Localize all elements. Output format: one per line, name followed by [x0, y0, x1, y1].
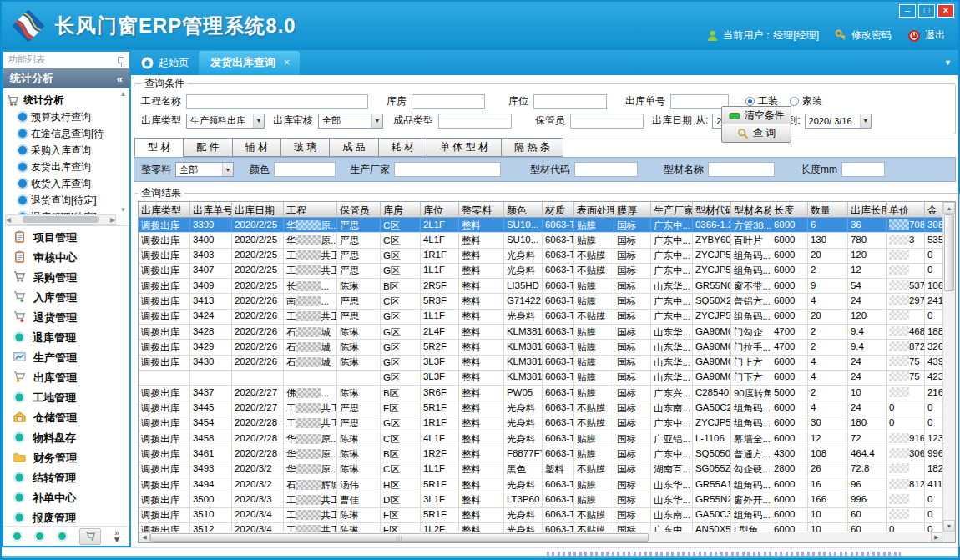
column-header-膜厚[interactable]: 膜厚: [614, 202, 651, 217]
table-row[interactable]: 调拨出库34032020/2/25工共工程严思G区1R1F整料光身料6063-T…: [139, 249, 955, 264]
table-row[interactable]: 调拨出库34002020/2/25华原...严思C区4L1F整料SU10...6…: [139, 233, 955, 248]
cart-shortcut-button[interactable]: [79, 528, 101, 545]
tree-item-发货出库查询[interactable]: 发货出库查询: [7, 159, 116, 175]
more-buttons-chevron[interactable]: »▼: [113, 530, 121, 543]
dot-icon[interactable]: [12, 531, 23, 542]
table-row[interactable]: 调拨出库35102020/3/4工共工程陈琳F区5R1F整料光身料6063-T5…: [139, 508, 955, 523]
scroll-left-icon[interactable]: ◀: [139, 532, 150, 542]
material-tab-耗材[interactable]: 耗 材: [379, 138, 427, 157]
clear-conditions-button[interactable]: 清空条件: [721, 106, 791, 125]
scroll-up-icon[interactable]: ▲: [119, 90, 126, 98]
column-header-出库单号[interactable]: 出库单号: [190, 202, 232, 217]
scrollbar-thumb[interactable]: |||: [150, 533, 649, 542]
zhengling-select[interactable]: 全部▼: [175, 162, 234, 177]
sidebar-item-财务管理[interactable]: 财务管理: [3, 448, 129, 468]
sidebar-item-生产管理[interactable]: 生产管理: [3, 348, 129, 368]
material-tab-型材[interactable]: 型 材: [134, 138, 184, 157]
scrollbar-thumb[interactable]: [944, 214, 954, 291]
product-type-input[interactable]: [438, 114, 512, 129]
warehouse-input[interactable]: [412, 94, 485, 109]
tree-horizontal-scrollbar[interactable]: ◀▶: [5, 214, 116, 225]
table-row[interactable]: 调拨出库34092020/2/25长...陈琳B区2R5F整料LI35HD606…: [139, 279, 955, 294]
profile-code-input[interactable]: [574, 162, 638, 177]
table-row[interactable]: 调拨出库34282020/2/26石城陈琳G区2L4F整料KLM38176063…: [139, 325, 955, 340]
scroll-right-icon[interactable]: ▶: [110, 216, 115, 224]
column-header-整零料[interactable]: 整零料: [459, 202, 504, 217]
audit-select[interactable]: 全部▼: [318, 114, 383, 129]
tab-list-caret-icon[interactable]: ▼: [944, 58, 952, 67]
tree-item-退货查询[待定][interactable]: 退货查询[待定]: [7, 192, 116, 209]
sidebar-item-仓储管理[interactable]: 仓储管理: [3, 408, 129, 428]
column-header-生产厂家[interactable]: 生产厂家: [651, 202, 693, 217]
column-header-保管员[interactable]: 保管员: [337, 202, 381, 217]
date-to-select[interactable]: 2020/ 3/16▼: [805, 114, 872, 129]
table-row[interactable]: 调拨出库35002020/3/3工共工程曹佳D区3L1F整料LT3P606063…: [139, 492, 955, 507]
material-tab-配件[interactable]: 配 件: [184, 138, 232, 157]
close-icon[interactable]: ×: [284, 57, 290, 68]
column-header-长度[interactable]: 长度: [771, 202, 808, 217]
scrollbar-thumb[interactable]: [23, 216, 99, 223]
table-row[interactable]: 调拨出库34582020/2/28华原...陈琳C区4L1F整料光身料6063-…: [139, 431, 955, 446]
maximize-button[interactable]: □: [918, 4, 935, 18]
order-no-input[interactable]: [670, 94, 729, 109]
column-header-出库日期[interactable]: 出库日期: [232, 202, 284, 217]
material-tab-玻璃[interactable]: 玻 璃: [281, 138, 330, 157]
column-header-颜色[interactable]: 颜色: [504, 202, 543, 217]
column-header-材质[interactable]: 材质: [543, 202, 574, 217]
sidebar-item-项目管理[interactable]: 项目管理: [3, 228, 129, 248]
sidebar-item-审核中心[interactable]: 审核中心: [3, 248, 129, 268]
table-row[interactable]: 调拨出库34132020/2/26南...严思C区5R3F整料G71422606…: [139, 294, 955, 309]
column-header-表面处理[interactable]: 表面处理: [574, 202, 614, 217]
table-row[interactable]: 调拨出库34542020/2/28工共工程严思G区1R1F整料光身料6063-T…: [139, 416, 955, 431]
column-header-出库长度[interactable]: 出库长度: [848, 202, 887, 217]
column-header-数量[interactable]: 数量: [808, 202, 848, 217]
table-row[interactable]: 调拨出库34942020/3/2石辉城汤伟H区5R1F整料光身料6063-T5贴…: [139, 477, 955, 492]
column-header-单价[interactable]: 单价: [887, 202, 925, 217]
radio-jiazhuang[interactable]: 家装: [790, 94, 822, 108]
column-header-库房[interactable]: 库房: [381, 202, 421, 217]
sidebar-item-结转管理[interactable]: 结转管理: [3, 468, 129, 488]
column-header-出库类型[interactable]: 出库类型: [139, 202, 190, 217]
project-name-input[interactable]: [186, 94, 368, 109]
table-row[interactable]: 调拨出库34242020/2/26工共工程严思G区1L1F整料光身料6063-T…: [139, 310, 955, 325]
tree-item-采购入库查询[interactable]: 采购入库查询: [7, 142, 116, 159]
table-row[interactable]: 调拨出库34072020/2/25工共工程严思G区1L1F整料光身料6063-T…: [139, 264, 955, 279]
tree-item-收货入库查询[interactable]: 收货入库查询: [7, 175, 116, 192]
sidebar-item-采购管理[interactable]: 采购管理: [3, 268, 129, 288]
material-tab-成品[interactable]: 成 品: [330, 138, 378, 157]
column-header-型材名称[interactable]: 型材名称: [731, 202, 771, 217]
column-header-型材代码[interactable]: 型材代码: [693, 202, 731, 217]
sidebar-section-header[interactable]: 统计分析 «: [3, 68, 129, 88]
out-type-select[interactable]: 生产领料出库▼: [186, 114, 265, 129]
scroll-up-icon[interactable]: ▲: [943, 202, 955, 214]
close-button[interactable]: ×: [937, 4, 954, 18]
dot-icon[interactable]: [57, 531, 68, 542]
sidebar-item-物料盘存[interactable]: 物料盘存: [3, 428, 129, 448]
tree-item-在途信息查询[待[interactable]: 在途信息查询[待: [7, 125, 116, 142]
tab-home[interactable]: 起始页: [134, 53, 199, 75]
table-row[interactable]: 调拨出库34302020/2/26石城陈琳G区3L3F整料KLM38176063…: [139, 356, 955, 371]
color-input[interactable]: [274, 162, 336, 177]
horizontal-scrollbar[interactable]: ◀ ||| ▶: [139, 532, 942, 542]
sidebar-item-报废管理[interactable]: 报废管理: [3, 508, 129, 526]
pin-icon[interactable]: [118, 57, 124, 63]
table-row[interactable]: 调拨出库33992020/2/25华原...严思C区2L1F整料SU10...6…: [139, 218, 955, 233]
tree-item-预算执行查询[interactable]: 预算执行查询: [7, 108, 116, 125]
tab-outbound-query[interactable]: 发货出库查询 ×: [199, 51, 300, 75]
tree-root-node[interactable]: 统计分析: [7, 92, 116, 108]
table-row[interactable]: G区3L3F整料KLM38176063-T5贴膜国标山东华...GA90M09.…: [139, 371, 955, 386]
vertical-scrollbar[interactable]: ▲ ▼: [942, 202, 955, 532]
collapse-icon[interactable]: «: [117, 73, 123, 85]
change-password-button[interactable]: 修改密码: [835, 28, 892, 43]
material-tab-辅材[interactable]: 辅 材: [233, 138, 281, 157]
scroll-down-icon[interactable]: ▼: [943, 520, 955, 532]
sidebar-item-退库管理[interactable]: 退库管理: [3, 328, 129, 348]
factory-input[interactable]: [394, 162, 501, 177]
table-row[interactable]: 调拨出库34932020/3/2华原...陈琳C区1L1F整料黑色塑料不贴膜国标…: [139, 462, 955, 477]
location-input[interactable]: [533, 94, 607, 109]
material-tab-单体型材[interactable]: 单 体 型 材: [427, 138, 502, 157]
table-row[interactable]: 调拨出库34612020/2/28华原...陈琳B区1R2F整料F8877FT6…: [139, 446, 955, 462]
sidebar-item-入库管理[interactable]: 入库管理: [3, 288, 129, 308]
scroll-down-icon[interactable]: ▼: [119, 206, 126, 214]
profile-name-input[interactable]: [708, 162, 775, 177]
